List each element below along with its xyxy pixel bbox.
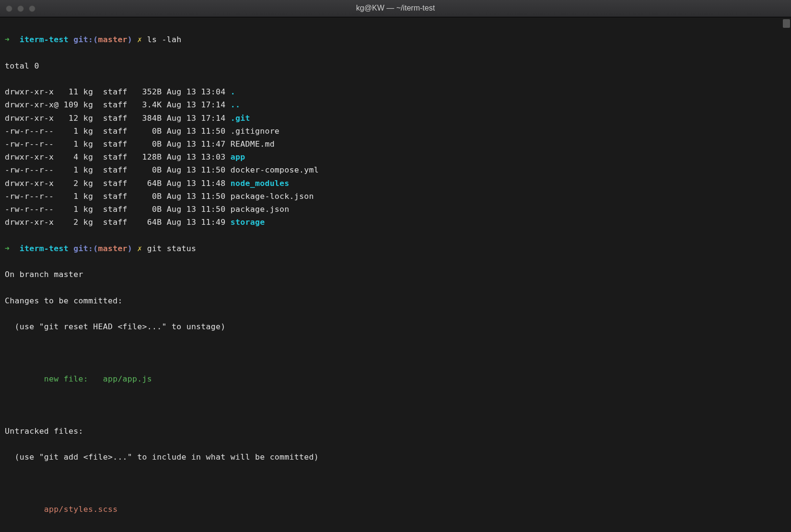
prompt-paren-close: ) [128, 35, 132, 44]
command-1: ls -lah [147, 35, 182, 44]
ls-file-name: package.json [231, 205, 290, 214]
git-branch-line: On branch master [5, 268, 786, 281]
prompt-dir: iterm-test [20, 35, 69, 44]
ls-meta: -rw-r--r-- 1 kg staff 0B Aug 13 11:47 [5, 139, 231, 149]
git-untracked-file: app/styles.scss [5, 503, 786, 516]
git-untracked-header: Untracked files: [5, 425, 786, 438]
git-changes-header: Changes to be committed: [5, 294, 786, 307]
ls-row: drwxr-xr-x 2 kg staff 64B Aug 13 11:48 n… [5, 177, 786, 190]
prompt-dir: iterm-test [20, 244, 69, 253]
prompt-branch: master [98, 35, 127, 44]
ls-meta: -rw-r--r-- 1 kg staff 0B Aug 13 11:50 [5, 192, 231, 201]
ls-row: -rw-r--r-- 1 kg staff 0B Aug 13 11:50 .g… [5, 125, 786, 138]
ls-meta: -rw-r--r-- 1 kg staff 0B Aug 13 11:50 [5, 165, 231, 174]
scrollbar-thumb[interactable] [783, 19, 790, 28]
ls-row: -rw-r--r-- 1 kg staff 0B Aug 13 11:50 pa… [5, 190, 786, 203]
blank-line [5, 529, 786, 532]
command-2: git status [147, 244, 196, 253]
blank-line [5, 398, 786, 411]
ls-file-name: .gitignore [231, 127, 279, 136]
ls-meta: -rw-r--r-- 1 kg staff 0B Aug 13 11:50 [5, 127, 231, 136]
ls-meta: drwxr-xr-x 11 kg staff 352B Aug 13 13:04 [5, 87, 231, 96]
git-add-hint: (use "git add <file>..." to include in w… [5, 451, 786, 463]
ls-dir-name: app [231, 152, 245, 162]
ls-row: -rw-r--r-- 1 kg staff 0B Aug 13 11:47 RE… [5, 138, 786, 150]
ls-meta: drwxr-xr-x 12 kg staff 384B Aug 13 17:14 [5, 114, 231, 123]
prompt-line-2: ➜ iterm-test git:(master) ✗ git status [5, 242, 786, 255]
ls-dir-name: . [231, 87, 235, 96]
ls-meta: drwxr-xr-x 2 kg staff 64B Aug 13 11:49 [5, 218, 231, 227]
ls-file-name: docker-compose.yml [231, 165, 319, 174]
traffic-lights [6, 5, 35, 12]
blank-line [5, 477, 786, 490]
ls-dir-name: storage [231, 218, 265, 227]
prompt-branch: master [98, 244, 127, 253]
ls-row: drwxr-xr-x 11 kg staff 352B Aug 13 13:04… [5, 85, 786, 98]
prompt-arrow-icon: ➜ [5, 35, 10, 44]
close-window-button[interactable] [6, 5, 12, 12]
prompt-paren-open: ( [93, 35, 98, 44]
git-staged-file: new file: app/app.js [5, 372, 786, 385]
ls-row: drwxr-xr-x 12 kg staff 384B Aug 13 17:14… [5, 112, 786, 125]
ls-row: drwxr-xr-x 4 kg staff 128B Aug 13 13:03 … [5, 150, 786, 163]
blank-line [5, 346, 786, 359]
ls-meta: drwxr-xr-x 4 kg staff 128B Aug 13 13:03 [5, 152, 231, 162]
minimize-window-button[interactable] [17, 5, 24, 12]
ls-dir-name: .git [231, 114, 250, 123]
prompt-git-label: git: [73, 244, 93, 253]
ls-meta: drwxr-xr-x@ 109 kg staff 3.4K Aug 13 17:… [5, 100, 231, 109]
window-title: kg@KW — ~/iterm-test [356, 2, 435, 14]
prompt-dirty-icon: ✗ [137, 244, 142, 253]
prompt-paren-open: ( [93, 244, 98, 253]
prompt-git-label: git: [73, 35, 93, 44]
ls-row: drwxr-xr-x 2 kg staff 64B Aug 13 11:49 s… [5, 216, 786, 229]
ls-meta: -rw-r--r-- 1 kg staff 0B Aug 13 11:50 [5, 205, 231, 214]
ls-meta: drwxr-xr-x 2 kg staff 64B Aug 13 11:48 [5, 179, 231, 188]
ls-row: -rw-r--r-- 1 kg staff 0B Aug 13 11:50 do… [5, 163, 786, 176]
zoom-window-button[interactable] [29, 5, 35, 12]
prompt-arrow-icon: ➜ [5, 244, 10, 253]
ls-row: drwxr-xr-x@ 109 kg staff 3.4K Aug 13 17:… [5, 98, 786, 111]
prompt-paren-close: ) [128, 244, 132, 253]
git-unstage-hint: (use "git reset HEAD <file>..." to unsta… [5, 320, 786, 333]
window-titlebar: kg@KW — ~/iterm-test [0, 0, 791, 17]
ls-total: total 0 [5, 59, 786, 72]
ls-listing: drwxr-xr-x 11 kg staff 352B Aug 13 13:04… [5, 85, 786, 229]
ls-row: -rw-r--r-- 1 kg staff 0B Aug 13 11:50 pa… [5, 203, 786, 216]
prompt-dirty-icon: ✗ [137, 35, 142, 44]
terminal-content[interactable]: ➜ iterm-test git:(master) ✗ ls -lah tota… [0, 17, 791, 532]
ls-dir-name: .. [231, 100, 240, 109]
ls-file-name: README.md [231, 139, 275, 149]
ls-dir-name: node_modules [231, 179, 290, 188]
ls-file-name: package-lock.json [231, 192, 314, 201]
prompt-line-1: ➜ iterm-test git:(master) ✗ ls -lah [5, 33, 786, 46]
